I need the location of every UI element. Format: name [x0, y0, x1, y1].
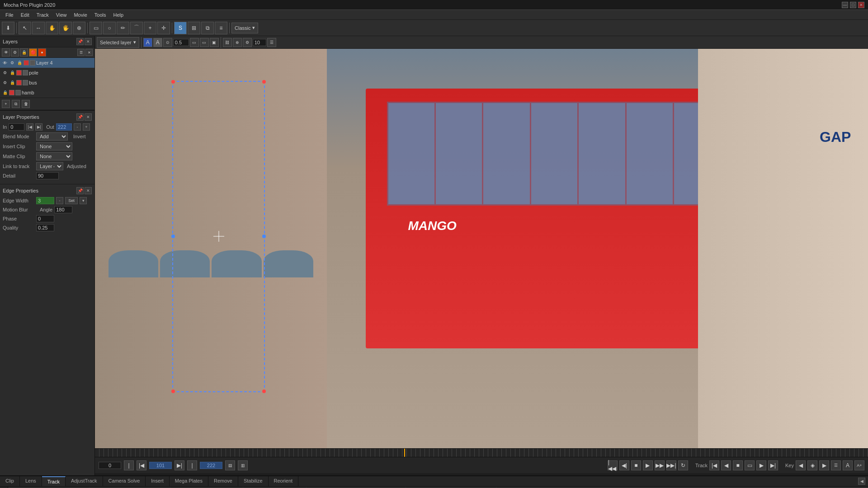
menu-view[interactable]: View — [52, 11, 71, 19]
transform-tool[interactable]: ↔ — [32, 22, 45, 34]
tab-reorient[interactable]: Reorient — [269, 476, 299, 486]
loop-button[interactable]: ↻ — [678, 460, 688, 470]
align-btn[interactable]: ≡ — [215, 22, 227, 34]
pen-tool[interactable]: ✏ — [117, 22, 129, 34]
layer-props-close-button[interactable]: ✕ — [85, 113, 92, 121]
preset-dropdown[interactable]: Classic ▾ — [231, 23, 258, 33]
in-input[interactable] — [9, 123, 24, 131]
out-prev-button[interactable]: - — [74, 123, 81, 131]
layer-select-dropdown[interactable]: Selected layer ▾ — [97, 37, 139, 48]
tab-insert[interactable]: Insert — [146, 476, 170, 486]
layers-menu-button[interactable]: ☰ — [77, 49, 85, 56]
detail-input[interactable] — [36, 172, 59, 179]
end-frame-input[interactable] — [200, 462, 222, 469]
layer-row-2[interactable]: ⚙ 🔒 bus — [0, 78, 94, 88]
track-surface-btn[interactable]: ⊕ — [233, 38, 242, 47]
maximize-button[interactable]: □ — [850, 2, 856, 8]
bezier-tool[interactable]: ⌒ — [130, 22, 143, 34]
close-button[interactable]: ✕ — [858, 2, 864, 8]
in-prev-button[interactable]: |◀ — [26, 123, 33, 131]
opacity-input[interactable] — [173, 39, 189, 46]
timeline-playhead[interactable] — [404, 449, 405, 457]
gear-btn[interactable]: ⚙ — [243, 38, 252, 47]
tab-camera-solve[interactable]: Camera Solve — [103, 476, 146, 486]
zoom-tool[interactable]: ⊕ — [73, 22, 85, 34]
strip-btn1[interactable]: ▤ — [225, 460, 235, 470]
edge-props-close-button[interactable]: ✕ — [85, 187, 92, 194]
bottom-collapse-button[interactable]: ◀ — [858, 478, 865, 485]
add-layer-button[interactable]: + — [2, 100, 10, 108]
menu-tools[interactable]: Tools — [91, 11, 110, 19]
quality-input[interactable] — [36, 224, 54, 231]
key-lock-button[interactable]: A — [843, 460, 853, 470]
tab-remove[interactable]: Remove — [208, 476, 238, 486]
track-back-button[interactable]: ◀ — [721, 460, 731, 470]
pan-tool[interactable]: ✋ — [46, 22, 58, 34]
view-btn-3[interactable]: ▣ — [210, 38, 219, 47]
angle-input[interactable] — [54, 206, 72, 213]
create-ellipse[interactable]: ○ — [103, 22, 116, 34]
track-frame-button[interactable]: ▭ — [745, 460, 755, 470]
strip-btn2[interactable]: ▥ — [238, 460, 248, 470]
select-tool[interactable]: ↖ — [19, 22, 31, 34]
key-next-button[interactable]: ▶ — [819, 460, 829, 470]
goto-end-button[interactable]: ▶▶| — [666, 460, 676, 470]
tab-stabilize[interactable]: Stabilize — [238, 476, 269, 486]
frame-prev-button[interactable]: |◀ — [137, 460, 146, 470]
play-fwd-button[interactable]: ▶▶ — [655, 460, 665, 470]
tab-lens[interactable]: Lens — [20, 476, 42, 486]
frame-next-button[interactable]: ▶| — [175, 460, 184, 470]
track-fwd-button[interactable]: ▶ — [756, 460, 766, 470]
spline-btn[interactable]: S — [174, 22, 187, 34]
key-menu-button[interactable]: ☰ — [831, 460, 841, 470]
edge-set-arrow[interactable]: ▾ — [80, 197, 87, 204]
menu-file[interactable]: File — [2, 11, 17, 19]
minimize-button[interactable]: — — [842, 2, 848, 8]
layers-x-button[interactable]: ✕ — [85, 49, 93, 56]
tab-mega-plates[interactable]: Mega Plates — [170, 476, 208, 486]
link-btn[interactable]: ⛓ — [223, 38, 232, 47]
out-next-button[interactable]: + — [83, 123, 90, 131]
edge-set-button[interactable]: Set — [65, 197, 78, 204]
menu-help[interactable]: Help — [109, 11, 127, 19]
hand-tool[interactable]: 🖐 — [59, 22, 72, 34]
color-btn-2[interactable]: A — [153, 38, 162, 47]
track-start-button[interactable]: |◀ — [709, 460, 719, 470]
out-input[interactable] — [56, 123, 72, 131]
current-frame-input[interactable] — [99, 462, 121, 469]
view-btn-1[interactable]: ▭ — [190, 38, 199, 47]
track-stop-button[interactable]: ■ — [733, 460, 743, 470]
insert-clip-select[interactable]: None — [36, 142, 72, 150]
matte-clip-select[interactable]: None — [36, 152, 72, 160]
blend-mode-select[interactable]: Add — [36, 132, 68, 141]
add-point[interactable]: + — [144, 22, 156, 34]
edge-width-input[interactable] — [36, 197, 54, 204]
layer-row-3[interactable]: 🔒 hamb — [0, 88, 94, 98]
key-auto-button[interactable]: A+ — [854, 460, 864, 470]
color-btn-1[interactable]: A — [143, 38, 152, 47]
view-btn-2[interactable]: ▭ — [200, 38, 209, 47]
in-next-button[interactable]: ▶| — [35, 123, 42, 131]
key-prev-button[interactable]: ◀ — [796, 460, 806, 470]
tab-adjusttrack[interactable]: AdjustTrack — [66, 476, 103, 486]
frame-btn[interactable]: ☰ — [267, 38, 276, 47]
edge-width-minus[interactable]: - — [56, 197, 63, 204]
layer-color-button[interactable]: 🔴 — [29, 48, 37, 56]
edge-props-pin-button[interactable]: 📌 — [76, 187, 84, 194]
delete-layer-button[interactable]: 🗑 — [22, 100, 30, 108]
goto-start-button[interactable]: |◀◀ — [608, 460, 618, 470]
play-button[interactable]: ▶ — [643, 460, 653, 470]
layer-eye-button[interactable]: 👁 — [2, 48, 10, 56]
tab-track[interactable]: Track — [42, 476, 66, 486]
track-end-button[interactable]: ▶| — [768, 460, 778, 470]
opacity-btn[interactable]: ⊙ — [163, 38, 172, 47]
layers-close-button[interactable]: ✕ — [85, 38, 92, 45]
step-back-button[interactable]: ◀| — [619, 460, 629, 470]
layer-red-button[interactable]: ● — [38, 48, 46, 56]
layer-gear-button[interactable]: ⚙ — [11, 48, 19, 56]
link-track-select[interactable]: Layer 4 — [36, 162, 63, 170]
layer-props-pin-button[interactable]: 📌 — [76, 113, 84, 121]
key-add-button[interactable]: ◈ — [807, 460, 817, 470]
duplicate-layer-button[interactable]: ⧉ — [12, 100, 20, 108]
layer-row-1[interactable]: ⚙ 🔒 pole — [0, 68, 94, 78]
